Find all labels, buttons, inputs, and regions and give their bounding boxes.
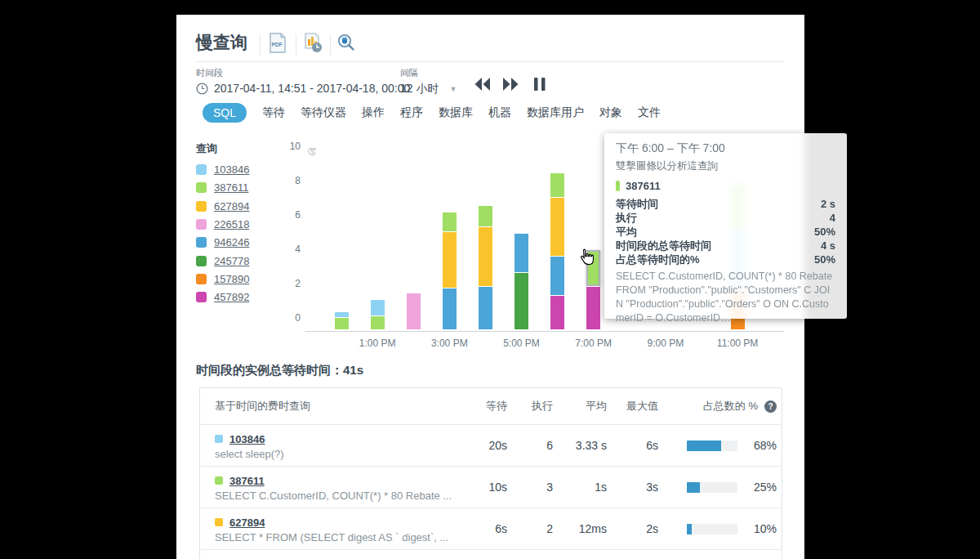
bar-segment-387611[interactable]: [550, 172, 564, 197]
pdf-export-icon[interactable]: PDF: [266, 31, 289, 56]
col-header-wait: 等待: [453, 399, 507, 414]
report-history-icon[interactable]: [302, 31, 325, 56]
rewind-button[interactable]: [472, 74, 493, 95]
tab-等待仪器[interactable]: 等待仪器: [301, 105, 346, 120]
query-color-chip: [215, 435, 223, 443]
tooltip-query-id: 387611: [626, 180, 661, 192]
table-row-627894[interactable]: 627894SELECT * FROM (SELECT digest AS ` …: [200, 508, 782, 549]
stacked-bar-slot-0[interactable]: [335, 311, 349, 329]
execs-cell: 3: [507, 481, 553, 494]
legend-item-457892[interactable]: 457892: [196, 291, 249, 303]
legend-color-chip: [196, 164, 207, 175]
stacked-bar-slot-3[interactable]: [443, 212, 457, 329]
bar-segment-387611[interactable]: [479, 205, 492, 226]
query-id-link[interactable]: 627894: [229, 517, 265, 529]
tooltip-sql-text: SELECT C.CustomerID, COUNT(*) * 80 Rebat…: [616, 270, 835, 325]
stacked-bar-slot-4[interactable]: [479, 205, 492, 329]
tab-数据库用户[interactable]: 数据库用户: [527, 105, 584, 120]
avg-cell: 3.33 s: [553, 439, 607, 452]
legend-item-103846[interactable]: 103846: [196, 163, 249, 176]
query-search-icon[interactable]: [335, 31, 358, 56]
legend-color-chip: [196, 292, 207, 302]
fast-forward-button[interactable]: [500, 74, 521, 95]
bar-segment-627894[interactable]: [479, 226, 492, 286]
tab-程序[interactable]: 程序: [400, 105, 423, 120]
stacked-bar-slot-2[interactable]: [407, 293, 421, 329]
interval-select[interactable]: 12 小时 ▼: [400, 82, 457, 96]
tooltip-stat-label: 平均: [616, 225, 637, 239]
legend-item-387611[interactable]: 387611: [196, 181, 248, 194]
bar-segment-627894[interactable]: [550, 197, 564, 256]
bar-segment-457892[interactable]: [550, 295, 564, 329]
time-period-control[interactable]: 2017-04-11, 14:51 - 2017-04-18, 00:00: [196, 82, 410, 95]
tooltip-stat-row: 占总等待时间的%50%: [616, 253, 835, 266]
bar-segment-103846[interactable]: [335, 311, 349, 317]
bar-segment-387611[interactable]: [443, 212, 457, 231]
tab-等待[interactable]: 等待: [262, 105, 285, 120]
stacked-bar-slot-5[interactable]: [514, 233, 528, 329]
x-axis-tick: 7:00 PM: [565, 338, 622, 349]
tab-数据库[interactable]: 数据库: [439, 105, 473, 120]
bar-segment-946246[interactable]: [550, 256, 564, 295]
execs-cell: 2: [507, 522, 553, 535]
tab-对象[interactable]: 对象: [599, 105, 622, 120]
col-header-query: 基于时间的费时查询: [200, 399, 453, 414]
stacked-bar-slot-1[interactable]: [371, 299, 385, 329]
legend-item-627894[interactable]: 627894: [196, 200, 249, 212]
query-sql-preview: SELECT C.CustomerID, COUNT(*) * 80 Rebat…: [215, 490, 453, 502]
x-axis-line: [305, 331, 784, 332]
query-cell: 627894SELECT * FROM (SELECT digest AS ` …: [200, 515, 453, 543]
legend-item-245778[interactable]: 245778: [196, 255, 249, 267]
help-icon[interactable]: ?: [764, 400, 777, 413]
legend-query-link: 387611: [214, 181, 248, 194]
tab-机器[interactable]: 机器: [488, 105, 511, 120]
tooltip-stat-row: 执行4: [616, 211, 835, 225]
bar-segment-627894[interactable]: [443, 231, 457, 288]
col-header-pct: 占总数的 %: [703, 399, 758, 414]
stacked-bar-slot-6[interactable]: [550, 172, 564, 329]
bar-segment-946246[interactable]: [443, 288, 457, 329]
table-header-row: 基于时间的费时查询 等待 执行 平均 最大值 占总数的 % ?: [200, 388, 782, 424]
tab-操作[interactable]: 操作: [362, 105, 385, 120]
legend-item-226518[interactable]: 226518: [196, 218, 249, 230]
legend-query-link: 946246: [214, 236, 249, 248]
pct-progress-bar: [687, 482, 737, 493]
legend-query-link: 627894: [214, 200, 249, 212]
stacked-bar-slot-7[interactable]: [586, 250, 600, 329]
legend-item-157890[interactable]: 157890: [196, 273, 249, 285]
bar-segment-387611[interactable]: [371, 315, 385, 329]
divider: [260, 34, 261, 56]
bar-segment-245778[interactable]: [514, 272, 528, 329]
divider: [196, 61, 785, 62]
query-id-link[interactable]: 387611: [229, 475, 265, 487]
tooltip-stat-value: 50%: [814, 253, 835, 266]
x-axis-tick: 9:00 PM: [637, 338, 694, 349]
table-row-103846[interactable]: 103846select sleep(?)20s63.33 s6s68%: [200, 424, 782, 466]
tooltip-stats: 等待时间2 s执行4平均50%时间段的总等待时间4 s占总等待时间的%50%: [616, 197, 835, 266]
y-axis-unit: 秒: [305, 147, 318, 156]
table-row-226518[interactable]: 226518: [200, 549, 782, 559]
avg-cell: 12ms: [553, 522, 607, 535]
bar-segment-226518[interactable]: [407, 293, 421, 329]
tooltip-query-chip: [616, 181, 620, 191]
query-id-link[interactable]: 103846: [229, 433, 265, 445]
legend-item-946246[interactable]: 946246: [196, 236, 249, 248]
bar-segment-103846[interactable]: [371, 299, 385, 315]
avg-cell: 1s: [553, 481, 607, 494]
bar-segment-457892[interactable]: [586, 286, 600, 329]
legend-query-link: 103846: [214, 163, 249, 176]
pct-value: 25%: [749, 481, 777, 494]
tab-sql[interactable]: SQL: [203, 103, 247, 123]
bar-segment-387611[interactable]: [586, 250, 600, 286]
pause-button[interactable]: [529, 74, 550, 95]
max-cell: 2s: [607, 522, 658, 535]
total-wait-summary: 时间段的实例总等待时间：41s: [196, 363, 363, 378]
table-row-387611[interactable]: 387611SELECT C.CustomerID, COUNT(*) * 80…: [200, 466, 782, 508]
pct-progress-fill: [687, 482, 700, 493]
bar-segment-946246[interactable]: [514, 233, 528, 272]
bar-segment-946246[interactable]: [479, 286, 492, 329]
tab-文件[interactable]: 文件: [638, 105, 661, 120]
interval-label: 间隔: [400, 67, 418, 79]
legend-color-chip: [196, 256, 207, 266]
bar-segment-387611[interactable]: [335, 317, 349, 329]
